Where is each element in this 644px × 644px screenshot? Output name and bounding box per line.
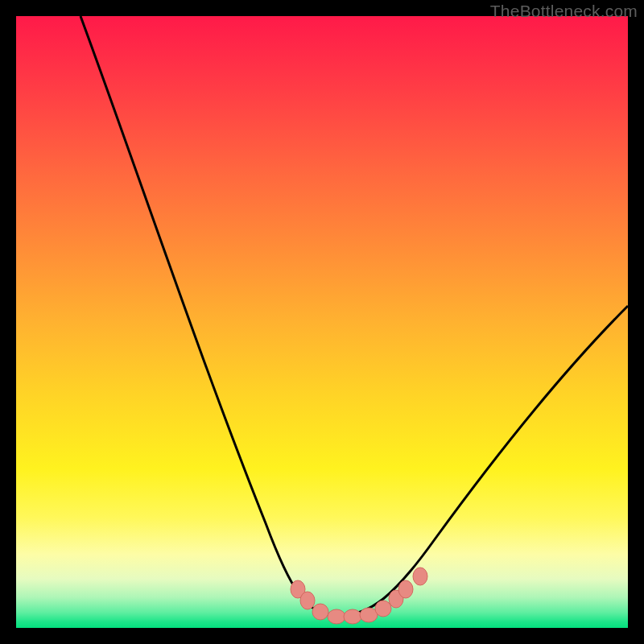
chart-plot-area bbox=[16, 16, 628, 628]
marker-dot bbox=[328, 609, 345, 624]
chart-svg bbox=[16, 16, 628, 628]
marker-dot bbox=[398, 580, 413, 598]
bottleneck-curve bbox=[80, 16, 628, 616]
watermark-text: TheBottleneck.com bbox=[490, 2, 638, 21]
marker-dot bbox=[413, 568, 427, 585]
marker-dot bbox=[300, 592, 315, 609]
marker-dot bbox=[312, 604, 328, 620]
marker-dot bbox=[375, 601, 391, 617]
marker-dot bbox=[344, 609, 361, 624]
